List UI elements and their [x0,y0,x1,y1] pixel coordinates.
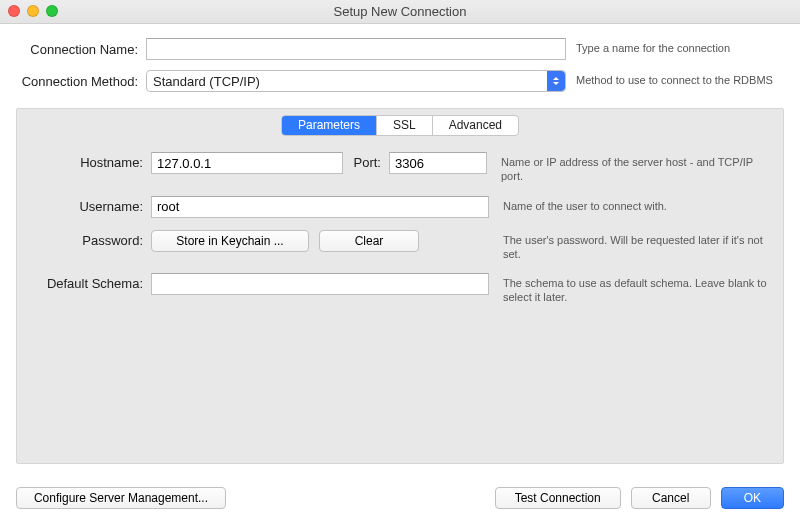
traffic-lights [8,5,58,17]
ok-button[interactable]: OK [721,487,784,509]
connection-header: Connection Name: Type a name for the con… [0,24,800,108]
window-title: Setup New Connection [334,4,467,19]
connection-method-select[interactable]: Standard (TCP/IP) [146,70,566,92]
tab-advanced[interactable]: Advanced [433,116,518,135]
port-input[interactable] [389,152,487,174]
default-schema-input[interactable] [151,273,489,295]
dialog-footer: Configure Server Management... Test Conn… [16,487,784,509]
password-hint: The user's password. Will be requested l… [489,230,769,262]
username-hint: Name of the user to connect with. [489,196,769,213]
cancel-button[interactable]: Cancel [631,487,711,509]
dropdown-stepper-icon [547,71,565,91]
minimize-icon[interactable] [27,5,39,17]
default-schema-hint: The schema to use as default schema. Lea… [489,273,769,305]
panel-tabs: Parameters SSL Advanced [17,115,783,136]
configure-server-management-button[interactable]: Configure Server Management... [16,487,226,509]
chevron-up-icon [553,77,559,80]
store-in-keychain-button[interactable]: Store in Keychain ... [151,230,309,252]
connection-method-label: Connection Method: [18,74,146,89]
default-schema-label: Default Schema: [31,273,151,291]
hostname-label: Hostname: [31,152,151,170]
username-label: Username: [31,196,151,214]
clear-password-button[interactable]: Clear [319,230,419,252]
connection-method-hint: Method to use to connect to the RDBMS [566,74,773,88]
test-connection-button[interactable]: Test Connection [495,487,621,509]
titlebar: Setup New Connection [0,0,800,24]
zoom-icon[interactable] [46,5,58,17]
hostname-input[interactable] [151,152,343,174]
segmented-control: Parameters SSL Advanced [281,115,519,136]
port-label: Port: [343,152,389,170]
tab-ssl[interactable]: SSL [377,116,433,135]
close-icon[interactable] [8,5,20,17]
parameters-form: Hostname: Port: Name or IP address of th… [17,152,783,305]
connection-name-input[interactable] [146,38,566,60]
password-label: Password: [31,230,151,248]
connection-method-value: Standard (TCP/IP) [153,74,260,89]
chevron-down-icon [553,82,559,85]
connection-name-hint: Type a name for the connection [566,42,730,56]
hostname-hint: Name or IP address of the server host - … [487,152,769,184]
username-input[interactable] [151,196,489,218]
tab-parameters[interactable]: Parameters [282,116,377,135]
parameters-panel: Parameters SSL Advanced Hostname: Port: … [16,108,784,464]
connection-name-label: Connection Name: [18,42,146,57]
